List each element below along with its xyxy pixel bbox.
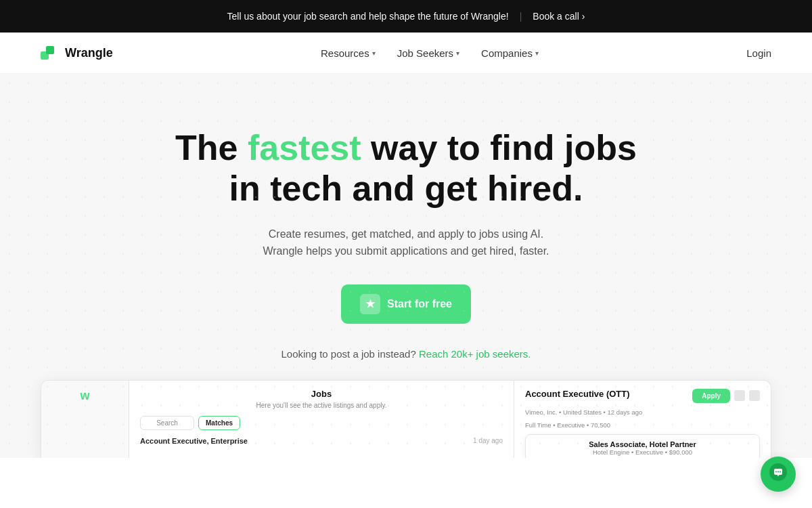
nav-companies-label: Companies: [481, 47, 533, 59]
mockup-sales-card: Sales Associate, Hotel Partner Hotel Eng…: [525, 434, 760, 458]
nav-resources[interactable]: Resources ▾: [321, 47, 376, 59]
mockup-matches-tab[interactable]: Matches: [198, 416, 240, 430]
job-post-link-label: Reach 20k+ job seekers.: [419, 348, 531, 360]
hero-subtitle-line2: Wrangle helps you submit applications an…: [263, 245, 549, 257]
mockup-company-info: Vimeo, Inc. • United States • 12 days ag…: [525, 408, 760, 416]
hero-title: The fastest way to find jobs in tech and…: [169, 128, 643, 209]
logo-text: Wrangle: [65, 46, 113, 60]
hero-title-highlight: fastest: [248, 128, 361, 167]
preview-mockup: w Jobs Here you'll see the active listin…: [41, 380, 771, 458]
job-post-text: Looking to post a job instead? Reach 20k…: [41, 348, 771, 360]
mockup-card-title: Sales Associate, Hotel Partner: [533, 440, 752, 448]
hero-title-prefix: The: [175, 128, 248, 167]
mockup-right-job-title: Account Executive (OTT): [525, 389, 630, 399]
mockup-action-icon-1: [734, 390, 745, 401]
announcement-text: Tell us about your job search and help s…: [227, 11, 509, 22]
chevron-down-icon: ▾: [372, 49, 376, 57]
mockup-job-detail: Full Time • Executive • 70,500: [525, 421, 760, 429]
job-post-static-text: Looking to post a job instead?: [281, 348, 415, 360]
login-button[interactable]: Login: [746, 47, 771, 59]
nav-job-seekers[interactable]: Job Seekers ▾: [397, 47, 459, 59]
book-a-call-label: Book a call: [533, 11, 579, 22]
hero-subtitle: Create resumes, get matched, and apply t…: [237, 226, 575, 260]
arrow-right-icon: ›: [582, 11, 585, 22]
book-a-call-link[interactable]: Book a call ›: [533, 11, 585, 22]
mockup-main: Jobs Here you'll see the active listings…: [129, 381, 514, 458]
mockup-action-icon-2: [749, 390, 760, 401]
nav-resources-label: Resources: [321, 47, 369, 59]
mockup-search-bar: Search Matches: [140, 416, 503, 430]
chevron-down-icon: ▾: [456, 49, 459, 57]
mockup-section-title: Jobs: [140, 389, 503, 399]
hero-section: The fastest way to find jobs in tech and…: [0, 74, 812, 458]
mockup-logo: w: [49, 389, 120, 403]
mockup-right-panel: Account Executive (OTT) Apply Vimeo, Inc…: [514, 381, 771, 458]
mockup-job-title: Account Executive, Enterprise: [140, 437, 248, 445]
cta-label: Start for free: [387, 298, 452, 310]
mockup-sidebar: w: [41, 381, 129, 458]
mockup-job-date: 1 day ago: [473, 437, 503, 444]
mockup-card-sub: Hotel Engine • Executive • $90,000: [533, 448, 752, 456]
cta-star-icon: ★: [360, 294, 380, 314]
cta-button[interactable]: ★ Start for free: [341, 284, 471, 324]
logo-icon: [41, 43, 60, 62]
announcement-divider: |: [520, 11, 522, 22]
job-post-link[interactable]: Reach 20k+ job seekers.: [419, 348, 531, 360]
mockup-section-sub: Here you'll see the active listings and …: [140, 402, 503, 409]
mockup-search-input[interactable]: Search: [140, 416, 194, 430]
mockup-apply-button[interactable]: Apply: [692, 389, 730, 403]
mockup-job-row: Account Executive, Enterprise 1 day ago: [140, 437, 503, 445]
logo-link[interactable]: Wrangle: [41, 43, 113, 62]
announcement-bar: Tell us about your job search and help s…: [0, 0, 812, 33]
nav-companies[interactable]: Companies ▾: [481, 47, 539, 59]
nav-right: Login: [746, 47, 771, 59]
hero-subtitle-line1: Create resumes, get matched, and apply t…: [269, 228, 543, 240]
nav-job-seekers-label: Job Seekers: [397, 47, 453, 59]
svg-rect-1: [46, 46, 54, 54]
mockup-job-header: Account Executive (OTT) Apply: [525, 389, 760, 403]
chevron-down-icon: ▾: [535, 49, 539, 57]
nav-links: Resources ▾ Job Seekers ▾ Companies ▾: [321, 47, 539, 59]
navbar: Wrangle Resources ▾ Job Seekers ▾ Compan…: [0, 33, 812, 74]
